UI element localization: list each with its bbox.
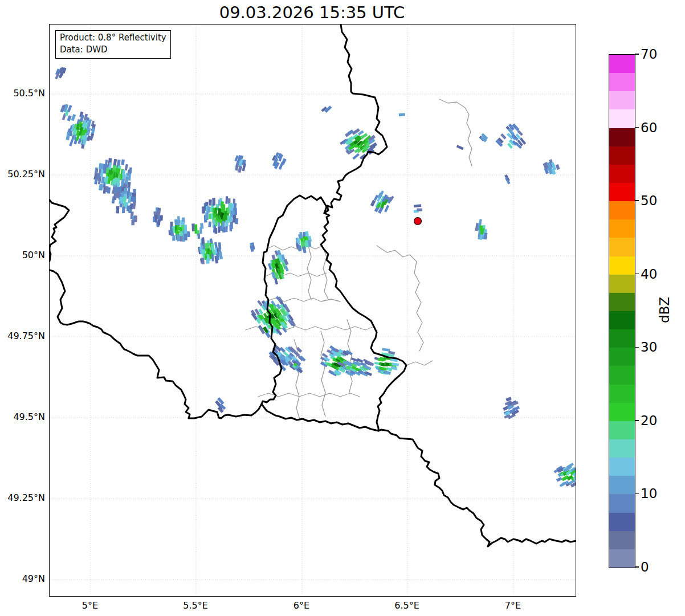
colorbar-tick-mark	[635, 493, 639, 495]
grid-lines	[50, 25, 576, 596]
echo-patch	[153, 207, 163, 227]
colorbar-segment	[609, 256, 635, 275]
echo-patch	[131, 211, 137, 225]
colorbar-segment	[609, 128, 635, 146]
colorbar-tick-mark	[635, 420, 639, 421]
colorbar-segment	[609, 238, 635, 256]
colorbar-tick-mark	[635, 127, 639, 128]
colorbar-segment	[609, 146, 635, 165]
colorbar-tick-label: 0	[641, 559, 649, 575]
x-tick-label: 5.5°E	[164, 599, 227, 612]
colorbar-segment	[609, 293, 635, 311]
colorbar	[609, 54, 635, 568]
echo-patch	[250, 296, 296, 338]
map-plot-area: Product: 0.8° Reflectivity Data: DWD	[49, 24, 576, 597]
echo-patch	[198, 237, 223, 264]
colorbar-segment	[609, 165, 635, 183]
colorbar-segment	[609, 73, 635, 91]
echo-patch	[191, 223, 203, 239]
echo-patch	[374, 348, 399, 375]
colorbar-segment	[609, 219, 635, 238]
echo-patch	[340, 128, 377, 160]
colorbar-segment	[609, 183, 635, 201]
colorbar-segment	[609, 275, 635, 293]
echo-patch	[475, 219, 488, 240]
echo-patch	[215, 397, 226, 413]
echo-patch	[503, 397, 520, 419]
echo-patch	[456, 145, 464, 150]
echo-patch	[250, 242, 255, 252]
colorbar-segment	[609, 421, 635, 439]
colorbar-segment	[609, 366, 635, 384]
colorbar-tick-mark	[635, 200, 639, 201]
echo-patch	[55, 67, 66, 79]
colorbar-segment	[609, 348, 635, 366]
echo-patch	[272, 152, 287, 170]
echo-patch	[504, 174, 510, 185]
echo-patch	[321, 105, 332, 113]
colorbar-segment	[609, 439, 635, 458]
colorbar-tick-label: 50	[641, 193, 657, 209]
radar-figure: { "title": "09.03.2026 15:35 UTC", "anno…	[0, 0, 685, 616]
echo-patch	[290, 360, 303, 373]
radar-echoes	[55, 67, 576, 487]
echo-patch	[169, 216, 190, 242]
echo-patch	[543, 159, 560, 175]
echo-patch	[479, 133, 488, 142]
y-tick-label: 50°N	[0, 249, 45, 262]
colorbar-tick-label: 20	[641, 413, 657, 429]
colorbar-segment	[609, 531, 635, 549]
x-tick-label: 5°E	[59, 599, 121, 612]
colorbar-segment	[609, 91, 635, 109]
echo-patch	[399, 113, 405, 116]
colorbar-tick-label: 30	[641, 339, 657, 355]
colorbar-tick-label: 60	[641, 120, 657, 136]
page-title: 09.03.2026 15:35 UTC	[49, 3, 575, 22]
echo-patch	[268, 250, 289, 284]
y-tick-label: 49.25°N	[0, 492, 45, 504]
echo-patch	[370, 190, 394, 214]
echo-patch	[60, 104, 72, 121]
echo-patch	[495, 123, 526, 149]
colorbar-tick-mark	[635, 274, 639, 275]
y-tick-label: 49.75°N	[0, 330, 45, 342]
x-tick-label: 6.5°E	[376, 599, 438, 612]
colorbar-units-label: dBZ	[657, 288, 672, 332]
x-tick-label: 6°E	[270, 599, 333, 612]
country-borders	[50, 25, 576, 546]
colorbar-segment	[609, 494, 635, 512]
echo-patch	[202, 196, 238, 234]
colorbar-segment	[609, 311, 635, 329]
radar-map-canvas	[50, 25, 576, 596]
colorbar-segment	[609, 403, 635, 421]
echo-patch	[554, 463, 576, 488]
colorbar-tick-mark	[635, 54, 639, 55]
colorbar-tick-label: 70	[641, 46, 657, 62]
y-tick-label: 50.25°N	[0, 168, 45, 181]
y-tick-label: 49°N	[0, 573, 45, 585]
echo-patch	[234, 155, 246, 173]
y-tick-label: 50.5°N	[0, 87, 45, 100]
colorbar-tick-label: 40	[641, 266, 657, 282]
colorbar-segment	[609, 458, 635, 476]
colorbar-segment	[609, 201, 635, 219]
product-label: Product: 0.8° Reflectivity	[60, 32, 166, 44]
radar-site-marker	[414, 218, 422, 225]
colorbar-segment	[609, 329, 635, 348]
colorbar-segment	[609, 109, 635, 128]
colorbar-tick-mark	[635, 566, 639, 568]
x-tick-label: 7°E	[482, 599, 544, 612]
colorbar-tick-mark	[635, 347, 639, 348]
data-source-label: Data: DWD	[60, 44, 166, 56]
y-tick-label: 49.5°N	[0, 411, 45, 423]
colorbar-tick-label: 10	[641, 486, 657, 501]
colorbar-segment	[609, 513, 635, 531]
colorbar-segment	[609, 55, 635, 73]
echo-patch	[414, 204, 423, 213]
colorbar-segment	[609, 549, 635, 568]
product-annotation-box: Product: 0.8° Reflectivity Data: DWD	[55, 30, 171, 59]
colorbar-segment	[609, 476, 635, 494]
colorbar-segment	[609, 385, 635, 403]
